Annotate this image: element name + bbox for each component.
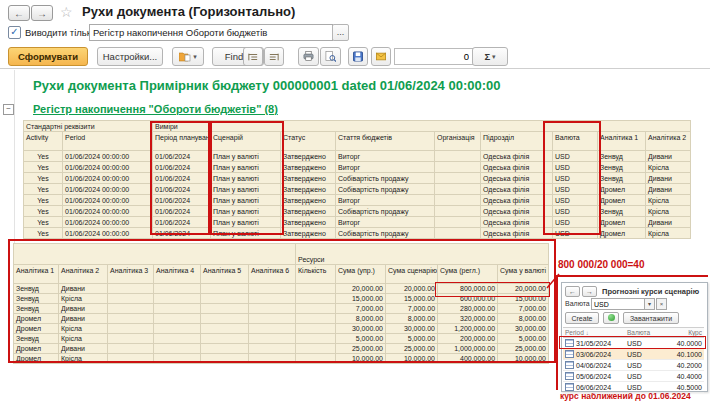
- table-cell: Дромел: [598, 228, 646, 239]
- report-variants-button[interactable]: ▾: [172, 47, 204, 66]
- counter-field[interactable]: [394, 48, 474, 65]
- annotation-line-vertical: [556, 275, 558, 390]
- table-row[interactable]: ДромелДивани25,000.0025,000.001,000,000.…: [14, 344, 549, 354]
- currency-input[interactable]: [591, 298, 647, 310]
- table-cell: Одеська філія: [481, 217, 553, 228]
- sigma-icon: Σ: [484, 51, 490, 62]
- mail-icon[interactable]: [371, 47, 391, 66]
- table-cell: 30,000.00: [386, 324, 438, 334]
- table-cell: Дромел: [598, 195, 646, 206]
- table-cell: Зенвуд: [598, 151, 646, 162]
- rates-col-rate[interactable]: Курс: [663, 328, 704, 338]
- forward-button[interactable]: →: [582, 286, 597, 297]
- collapse-group-icon[interactable]: −: [3, 104, 14, 115]
- table-row[interactable]: 06/06/2024USD40.5000: [563, 382, 704, 393]
- currency-clear-icon[interactable]: ×: [656, 298, 667, 310]
- table-row[interactable]: ДромелДивани8,000.008,000.00320,000.008,…: [14, 314, 549, 324]
- chevron-down-icon: ▾: [492, 53, 496, 61]
- table-row[interactable]: 05/06/2024USD40.4000: [563, 371, 704, 382]
- table-cell: Крісла: [59, 334, 108, 344]
- table-row[interactable]: Yes01/06/2024 00:00:0001/06/2024План у в…: [24, 206, 691, 217]
- table-cell: Виторг: [336, 217, 435, 228]
- table-cell: [435, 173, 481, 184]
- table-cell: USD: [553, 173, 598, 184]
- table-cell: [201, 334, 249, 344]
- table-cell: 20,000.00: [386, 284, 438, 294]
- table-row[interactable]: 04/06/2024USD40.2000: [563, 360, 704, 371]
- print-icon[interactable]: [298, 47, 319, 66]
- back-button[interactable]: ←: [8, 5, 30, 21]
- table-row[interactable]: Yes01/06/2024 00:00:0001/06/2024План у в…: [24, 162, 691, 173]
- table-cell: 7,000.00: [498, 304, 549, 314]
- table-cell: [249, 334, 296, 344]
- rates-col-currency[interactable]: Валюта: [625, 328, 663, 338]
- table-cell: [249, 314, 296, 324]
- group-header-empty: [14, 244, 296, 265]
- preview-icon[interactable]: [320, 47, 341, 66]
- col-planning-period: Період планування: [153, 132, 211, 151]
- record-icon: [565, 372, 574, 380]
- table-cell: USD: [625, 360, 663, 371]
- settings-button[interactable]: Настройки...: [97, 47, 163, 66]
- table-cell: 31/05/2024: [563, 338, 625, 349]
- table-cell: 01/06/2024: [153, 162, 211, 173]
- expand-groups-icon[interactable]: [264, 47, 284, 66]
- table-cell: Собівартість продажу: [336, 184, 435, 195]
- table-row[interactable]: 03/06/2024USD40.1000: [563, 349, 704, 360]
- table-cell: 400,000.00: [438, 354, 498, 364]
- col-analytics-2: Аналітика 2: [646, 132, 691, 151]
- table-cell: 20,000.00: [336, 284, 386, 294]
- table-row[interactable]: Yes01/06/2024 00:00:0001/06/2024План у в…: [24, 184, 691, 195]
- currency-choose-icon[interactable]: ▾: [644, 298, 655, 310]
- save-icon[interactable]: [348, 47, 368, 66]
- register-link[interactable]: Регістр накопичення "Обороти бюджетів" (…: [33, 103, 278, 115]
- table-cell: [154, 294, 201, 304]
- table-row[interactable]: 31/05/2024USD40.0000: [563, 338, 704, 349]
- table-cell: 8,000.00: [498, 314, 549, 324]
- rates-col-period[interactable]: Period↓: [563, 328, 625, 338]
- create-button[interactable]: Create: [565, 312, 599, 324]
- table-row[interactable]: Yes01/06/2024 00:00:0001/06/2024План у в…: [24, 217, 691, 228]
- favorite-star-icon[interactable]: ☆: [60, 4, 73, 20]
- table-cell: План у валюті: [211, 228, 281, 239]
- res-col-analytics-4: Аналітика 4: [154, 265, 201, 284]
- load-button[interactable]: Завантажити: [623, 312, 679, 324]
- col-analytics-1: Аналітика 1: [598, 132, 646, 151]
- back-button[interactable]: ←: [565, 286, 580, 297]
- table-row[interactable]: Yes01/06/2024 00:00:0001/06/2024План у в…: [24, 228, 691, 239]
- table-row[interactable]: ЗенвудДивани7,000.007,000.00280,000.007,…: [14, 304, 549, 314]
- table-cell: Зенвуд: [598, 206, 646, 217]
- table-row[interactable]: ЗенвудКрісла5,000.005,000.00200,000.005,…: [14, 334, 549, 344]
- table-cell: Одеська філія: [481, 195, 553, 206]
- table-row[interactable]: ЗенвудДивани20,000.0020,000.00800,000.00…: [14, 284, 549, 294]
- table-cell: Одеська філія: [481, 228, 553, 239]
- generate-button[interactable]: Сформувати: [8, 47, 88, 66]
- table-row[interactable]: ЗенвудКрісла15,000.0015,000.00600,000.00…: [14, 294, 549, 304]
- table-cell: 5,000.00: [386, 334, 438, 344]
- refresh-button[interactable]: [603, 312, 619, 324]
- table-cell: [296, 354, 336, 364]
- table-cell: 320,000.00: [438, 314, 498, 324]
- table-cell: Собівартість продажу: [336, 173, 435, 184]
- table-row[interactable]: ДромелКрісла30,000.0030,000.001,200,000.…: [14, 324, 549, 334]
- col-organization: Організація: [435, 132, 481, 151]
- show-only-checkbox[interactable]: ✓: [8, 26, 21, 39]
- table-cell: Виторг: [336, 151, 435, 162]
- table-cell: Дромел: [598, 184, 646, 195]
- table-cell: 5,000.00: [336, 334, 386, 344]
- collapse-groups-icon[interactable]: [243, 47, 263, 66]
- register-filter-input[interactable]: [89, 24, 333, 41]
- res-col-sum-mgmt: Сума (упр.): [336, 265, 386, 284]
- table-row[interactable]: Yes01/06/2024 00:00:0001/06/2024План у в…: [24, 195, 691, 206]
- table-row[interactable]: ДромелКрісла10,000.0010,000.00400,000.00…: [14, 354, 549, 364]
- table-cell: Затверджено: [281, 206, 336, 217]
- table-row[interactable]: Yes01/06/2024 00:00:0001/06/2024План у в…: [24, 173, 691, 184]
- group-header-dimensions: Виміри: [153, 121, 691, 132]
- table-row[interactable]: Yes01/06/2024 00:00:0001/06/2024План у в…: [24, 151, 691, 162]
- filter-more-button[interactable]: ...: [332, 24, 349, 41]
- table-cell: [296, 294, 336, 304]
- forward-button[interactable]: →: [31, 5, 53, 21]
- res-col-analytics-1: Аналітика 1: [14, 265, 59, 284]
- sum-button[interactable]: Σ ▾: [472, 47, 508, 66]
- table-cell: Yes: [24, 228, 63, 239]
